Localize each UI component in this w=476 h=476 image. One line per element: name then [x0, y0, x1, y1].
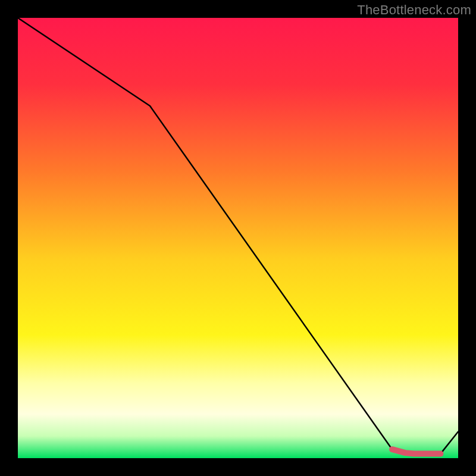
chart-area [18, 18, 458, 458]
attribution-label: TheBottleneck.com [357, 2, 471, 18]
gradient-background [18, 18, 458, 458]
chart-svg [18, 18, 458, 458]
chart-stage: TheBottleneck.com [0, 0, 476, 476]
